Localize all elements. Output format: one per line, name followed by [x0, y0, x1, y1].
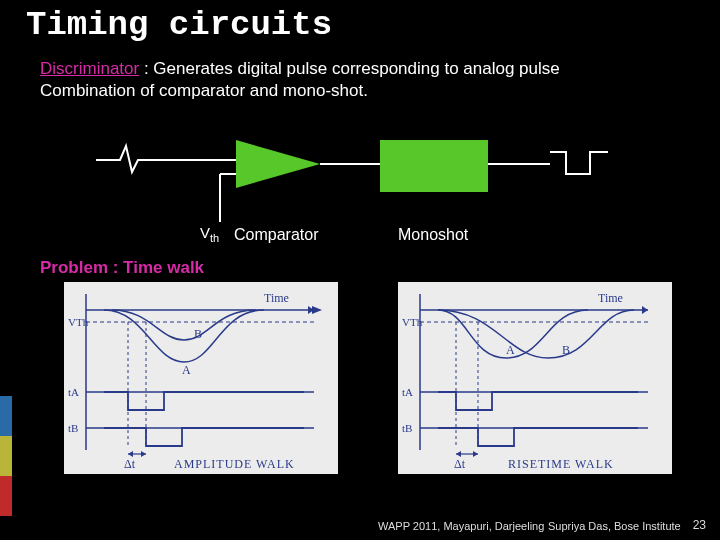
svg-text:tA: tA: [402, 386, 413, 398]
svg-text:VTh: VTh: [68, 316, 89, 328]
svg-text:B: B: [194, 327, 202, 341]
color-accent-bar: [0, 396, 12, 516]
block-diagram: Vth Comparator Monoshot: [0, 112, 720, 252]
svg-text:Δt: Δt: [124, 457, 136, 471]
amplitude-walk-figure: VTh Time A B tA tB Δt AMPLITUDE WALK: [64, 282, 338, 474]
svg-rect-7: [64, 282, 338, 474]
svg-text:AMPLITUDE WALK: AMPLITUDE WALK: [174, 457, 295, 471]
discriminator-text: : Generates digital pulse corresponding …: [139, 59, 560, 78]
page-number: 23: [693, 518, 706, 532]
svg-rect-5: [380, 140, 488, 192]
body-text: Discriminator : Generates digital pulse …: [0, 52, 720, 102]
svg-text:Δt: Δt: [454, 457, 466, 471]
comparator-label: Comparator: [234, 226, 318, 244]
svg-text:tB: tB: [68, 422, 78, 434]
svg-text:A: A: [506, 343, 515, 357]
svg-text:A: A: [182, 363, 191, 377]
slide-title: Timing circuits: [0, 0, 720, 52]
svg-marker-1: [236, 140, 320, 188]
svg-text:Time: Time: [598, 291, 623, 305]
svg-text:B: B: [562, 343, 570, 357]
svg-text:VTh: VTh: [402, 316, 423, 328]
block-diagram-svg: [0, 112, 720, 252]
vth-label: Vth: [200, 224, 219, 244]
svg-text:Time: Time: [264, 291, 289, 305]
footer-author: Supriya Das, Bose Institute: [548, 520, 681, 532]
risetime-walk-figure: VTh Time A B tA tB Δt RISETIME WALK: [398, 282, 672, 474]
monoshot-label: Monoshot: [398, 226, 468, 244]
walk-diagrams: VTh Time A B tA tB Δt AMPLITUDE WALK VTh: [0, 282, 720, 482]
svg-text:RISETIME WALK: RISETIME WALK: [508, 457, 614, 471]
body-line2: Combination of comparator and mono-shot.: [40, 81, 368, 100]
footer-venue: WAPP 2011, Mayapuri, Darjeeling: [378, 520, 544, 532]
discriminator-label: Discriminator: [40, 59, 139, 78]
svg-text:tA: tA: [68, 386, 79, 398]
problem-label: Problem : Time walk: [0, 258, 720, 278]
svg-text:tB: tB: [402, 422, 412, 434]
